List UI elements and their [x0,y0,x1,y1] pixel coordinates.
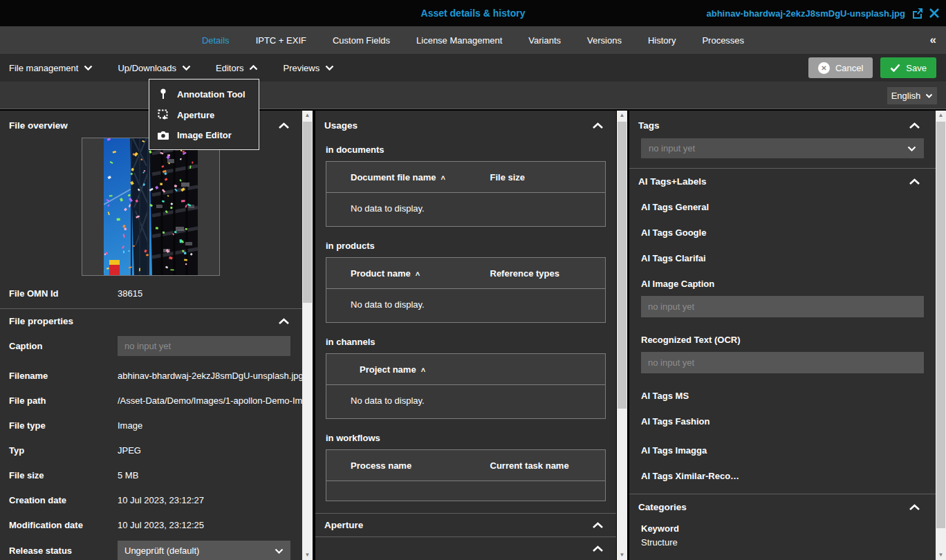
column-reference-types[interactable]: Reference types [466,268,606,279]
ai-image-caption-label[interactable]: AI Image Caption [641,279,924,289]
tab-details[interactable]: Details [202,35,230,46]
products-table: Product name ˄ Reference types No data t… [326,257,606,323]
collapse-section-icon[interactable] [592,522,604,529]
cancel-button[interactable]: ✕ Cancel [808,57,873,78]
ai-tags-google[interactable]: AI Tags Google [641,227,924,238]
file-type-label: File type [9,420,118,431]
editors-dropdown-menu: Annotation Tool Aperture Image Editor [149,79,259,150]
in-documents-label: in documents [326,144,606,155]
file-properties-title: File properties [9,316,73,326]
left-panel-scrollbar[interactable]: ▲ ▼ [302,111,313,560]
tab-custom-fields[interactable]: Custom Fields [333,35,390,46]
menu-up-downloads[interactable]: Up/Downloads [118,63,191,73]
categories-title: Categories [638,502,687,512]
collapse-section-icon[interactable] [909,504,920,511]
file-size-label: File size [9,470,118,480]
caption-label: Caption [9,341,118,351]
language-select-value: English [891,91,921,101]
top-bar: Asset details & history abhinav-bhardwaj… [0,0,946,26]
tags-panel: Tags no input yet AI Tags+Labels AI Tags… [629,111,936,560]
menu-previews[interactable]: Previews [283,63,334,73]
ai-tags-fashion[interactable]: AI Tags Fashion [641,416,924,427]
column-current-task-name[interactable]: Current task name [466,460,606,471]
ai-tags-general[interactable]: AI Tags General [641,202,924,212]
ai-tags-clarifai[interactable]: AI Tags Clarifai [641,253,924,263]
menu-item-aperture[interactable]: Aperture [149,104,259,125]
export-icon[interactable] [911,8,923,19]
asset-thumbnail-frame [82,138,220,276]
pin-icon [158,88,169,100]
recognized-text-ocr-label[interactable]: Recognized Text (OCR) [641,335,924,345]
collapse-left-icon[interactable]: « [930,26,936,54]
scrollbar-thumb[interactable] [303,122,312,303]
language-select[interactable]: English [887,87,937,104]
scroll-up-icon[interactable]: ▲ [617,111,627,120]
creation-date-value: 10 Jul 2023, 23:12:27 [118,495,204,505]
scroll-up-icon[interactable]: ▲ [936,111,946,120]
column-file-size[interactable]: File size [466,172,606,183]
file-overview-title: File overview [9,120,68,131]
omn-id-label: File OMN Id [9,288,118,299]
release-status-value: Ungeprüft (default) [124,545,199,556]
close-icon[interactable] [929,8,939,18]
file-size-value: 5 MB [118,470,138,480]
chevron-down-icon [182,65,191,71]
collapse-subsection-icon[interactable] [592,545,604,552]
cancel-x-icon: ✕ [818,62,830,74]
collapse-section-icon[interactable] [278,318,290,325]
middle-panel-scrollbar[interactable]: ▲ ▼ [617,111,627,560]
tab-iptc-exif[interactable]: IPTC + EXIF [256,35,306,46]
ai-image-caption-input[interactable] [641,296,924,317]
empty-table-message: No data to display. [326,289,605,322]
column-project-name[interactable]: Project name ˄ [326,364,605,375]
category-structure[interactable]: Structure [641,537,924,548]
scrollbar-thumb[interactable] [936,122,945,528]
tags-select[interactable]: no input yet [641,138,924,158]
asset-filename: abhinav-bhardwaj-2ekzJ8smDgU-unsplash.jp… [706,8,905,19]
ai-tags-ms[interactable]: AI Tags MS [641,391,924,401]
menu-editors[interactable]: Editors [216,63,258,73]
column-process-name[interactable]: Process name [326,460,466,471]
ai-tags-imagga[interactable]: AI Tags Imagga [641,445,924,456]
file-type-value: Image [118,420,142,431]
tab-variants[interactable]: Variants [528,35,561,46]
cancel-button-label: Cancel [835,63,863,73]
category-keyword[interactable]: Keyword [641,523,924,534]
scroll-down-icon[interactable]: ▼ [302,550,313,560]
scroll-down-icon[interactable]: ▼ [936,550,946,560]
recognized-text-ocr-input[interactable] [641,352,924,373]
tab-license-management[interactable]: License Management [416,35,502,46]
collapse-section-icon[interactable] [909,178,920,185]
scrollbar-thumb[interactable] [618,122,627,409]
ai-tags-ximilar[interactable]: AI Tags Ximilar-Reco… [641,471,924,481]
release-status-select[interactable]: Ungeprüft (default) [118,541,290,560]
omn-id-value: 38615 [118,288,142,299]
collapse-section-icon[interactable] [592,122,604,129]
save-button[interactable]: Save [880,57,936,78]
chevron-down-icon [84,65,93,71]
collapse-section-icon[interactable] [909,122,920,129]
sort-asc-icon: ˄ [416,270,420,278]
right-panel-scrollbar[interactable]: ▲ ▼ [936,111,946,560]
tab-versions[interactable]: Versions [587,35,622,46]
column-document-file-name[interactable]: Document file name ˄ [326,172,466,183]
in-channels-label: in channels [326,337,606,347]
scroll-down-icon[interactable]: ▼ [617,550,627,560]
tab-history[interactable]: History [648,35,676,46]
save-button-label: Save [906,63,927,73]
tab-bar: Details IPTC + EXIF Custom Fields Licens… [0,26,946,54]
menu-item-label: Image Editor [177,130,232,140]
empty-table-message: No data to display. [326,385,605,418]
camera-icon [158,131,169,140]
tab-processes[interactable]: Processes [702,35,744,46]
asset-thumbnail[interactable] [104,138,198,275]
menu-item-annotation-tool[interactable]: Annotation Tool [149,84,259,104]
column-product-name[interactable]: Product name ˄ [326,268,466,279]
collapse-section-icon[interactable] [278,122,290,129]
menu-file-management[interactable]: File management [9,63,93,73]
scroll-up-icon[interactable]: ▲ [302,111,313,120]
caption-input[interactable] [118,336,290,356]
channels-table: Project name ˄ No data to display. [326,353,606,419]
menu-item-image-editor[interactable]: Image Editor [149,125,259,145]
in-products-label: in products [326,241,606,251]
